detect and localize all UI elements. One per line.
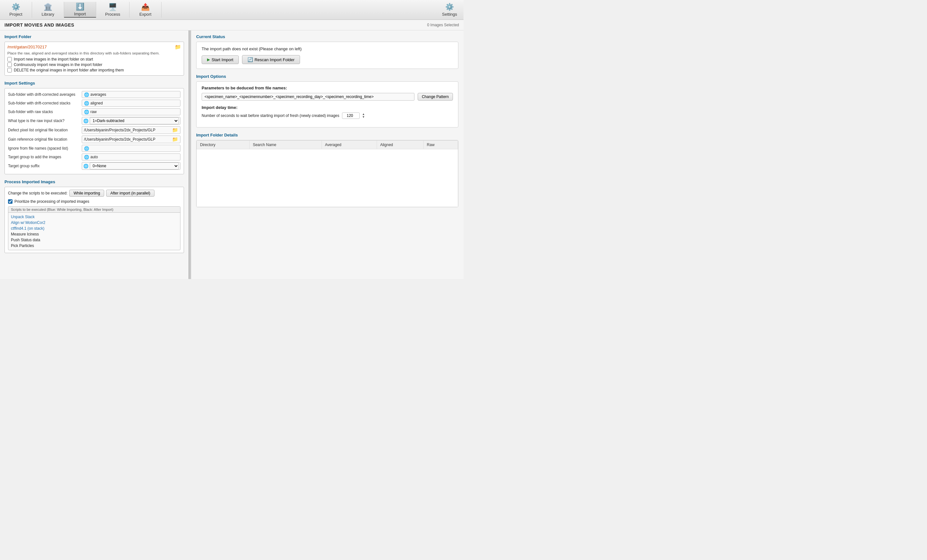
- page-title: IMPORT MOVIES AND IMAGES: [5, 23, 74, 27]
- import-options-box: Parameters to be deduced from file names…: [196, 81, 458, 127]
- export-icon: 📤: [141, 3, 150, 11]
- priority-checkbox[interactable]: [8, 199, 12, 204]
- text-raw: raw: [90, 109, 96, 114]
- scripts-list: Unpack Stack Align w/ MotionCor2 ctffind…: [8, 213, 180, 250]
- folder-path-text: /mnt/gatan/20170217: [8, 44, 47, 49]
- priority-row: Prioritize the processing of imported im…: [8, 199, 181, 204]
- value-gain-ref: /Users/biyanin/Projects/2dx_Projects/GLP…: [82, 135, 181, 143]
- script-item-ctffind: ctffind4.1 (on stack): [11, 226, 178, 231]
- checkbox-delete-original[interactable]: [8, 68, 12, 73]
- import-settings-section: Import Settings Sub-folder with drift-co…: [5, 81, 184, 174]
- pattern-row: Change Pattern: [202, 93, 453, 100]
- settings-row-suffix: Target group suffix 🌐 0=None 1=A 2=B: [8, 162, 181, 170]
- settings-row-gain-ref: Gain reference original file location /U…: [8, 135, 181, 143]
- table-body: [197, 149, 458, 207]
- script-item-push-status: Push Status data: [11, 237, 178, 243]
- delay-spinner[interactable]: ▲ ▼: [362, 113, 365, 118]
- value-ignore: 🌐: [82, 145, 181, 152]
- process-imported-box: Change the scripts to be executed: While…: [5, 187, 184, 253]
- value-averages: 🌐 averages: [82, 91, 181, 98]
- delay-desc: Number of seconds to wait before startin…: [202, 114, 339, 118]
- settings-row-aligned: Sub-folder with drift-corrected stacks 🌐…: [8, 100, 181, 107]
- pattern-input[interactable]: [202, 93, 415, 100]
- label-target-group: Target group to add the images: [8, 155, 82, 159]
- delay-input[interactable]: [342, 112, 360, 119]
- dropdown-suffix[interactable]: 0=None 1=A 2=B: [90, 162, 179, 170]
- text-averages: averages: [90, 92, 106, 97]
- scripts-list-box: Scripts to be executed (Blue: While Impo…: [8, 206, 181, 250]
- nav-item-export[interactable]: 📤 Export: [129, 2, 161, 18]
- col-raw: Raw: [423, 141, 458, 149]
- nav-item-import[interactable]: ⬇️ Import: [64, 2, 96, 18]
- nav-item-project[interactable]: ⚙️ Project: [0, 2, 32, 18]
- left-panel: Import Folder /mnt/gatan/20170217 📁 Plac…: [0, 30, 189, 279]
- browse-gain-ref-button[interactable]: 📁: [172, 137, 178, 142]
- import-settings-box: Sub-folder with drift-corrected averages…: [5, 88, 184, 174]
- start-import-label: Start Import: [211, 57, 233, 62]
- nav-label-import: Import: [74, 12, 86, 16]
- label-raw: Sub-folder with raw stacks: [8, 109, 82, 114]
- folder-details-section: Import Folder Details Directory Search N…: [196, 133, 458, 207]
- dropdown-raw-type[interactable]: 1=Dark-subtracted 2=Raw 3=Other: [90, 117, 179, 124]
- checkbox-import-on-start[interactable]: [8, 57, 12, 62]
- text-aligned: aligned: [90, 101, 103, 105]
- nav-label-library: Library: [42, 12, 55, 17]
- settings-row-averages: Sub-folder with drift-corrected averages…: [8, 91, 181, 98]
- script-item-unpack: Unpack Stack: [11, 214, 178, 220]
- play-icon: ▶: [207, 57, 210, 62]
- col-directory: Directory: [197, 141, 250, 149]
- globe-icon-raw-type: 🌐: [84, 118, 88, 123]
- after-import-button[interactable]: After import (in parallel): [106, 190, 155, 197]
- folder-description: Place the raw, aligned and averaged stac…: [8, 51, 181, 55]
- text-target-group: auto: [90, 155, 98, 159]
- spinner-down[interactable]: ▼: [362, 116, 365, 118]
- checkbox-continuously-import[interactable]: [8, 62, 12, 67]
- browse-defect-pixel-button[interactable]: 📁: [172, 127, 178, 133]
- params-section: Parameters to be deduced from file names…: [202, 85, 453, 100]
- right-panel: Current Status The import path does not …: [191, 30, 464, 279]
- process-icon: 🖥️: [108, 3, 117, 11]
- import-folder-section: Import Folder /mnt/gatan/20170217 📁 Plac…: [5, 34, 184, 76]
- table-empty-row: [197, 149, 458, 207]
- delay-label: Import delay time:: [202, 105, 453, 110]
- settings-icon: ⚙️: [445, 3, 454, 11]
- import-options-title: Import Options: [196, 74, 458, 79]
- folder-details-title: Import Folder Details: [196, 133, 458, 137]
- nav-item-process[interactable]: 🖥️ Process: [96, 2, 129, 18]
- page-header: IMPORT MOVIES AND IMAGES 0 Images Select…: [0, 20, 464, 30]
- change-scripts-label: Change the scripts to be executed:: [8, 191, 67, 196]
- status-message: The import path does not exist (Please c…: [202, 47, 453, 51]
- label-suffix: Target group suffix: [8, 164, 82, 168]
- status-box: The import path does not exist (Please c…: [196, 42, 458, 69]
- label-defect-pixel: Defect pixel list original file location: [8, 128, 82, 132]
- status-actions: ▶ Start Import 🔄 Rescan Import Folder: [202, 55, 453, 64]
- nav-item-settings[interactable]: ⚙️ Settings: [436, 2, 464, 18]
- folder-browse-button[interactable]: 📁: [175, 44, 181, 50]
- current-status-section: Current Status The import path does not …: [196, 34, 458, 69]
- library-icon: 🏛️: [44, 3, 52, 11]
- globe-icon-aligned: 🌐: [84, 101, 89, 106]
- start-import-button[interactable]: ▶ Start Import: [202, 55, 239, 64]
- rescan-import-button[interactable]: 🔄 Rescan Import Folder: [242, 55, 300, 64]
- text-defect-pixel: /Users/biyanin/Projects/2dx_Projects/GLP: [84, 128, 171, 132]
- checkbox-label-continuously-import: Continuously import new images in the im…: [14, 62, 102, 67]
- checkbox-label-import-on-start: Import new images in the import folder o…: [14, 57, 93, 62]
- script-item-iciness: Measure Iciness: [11, 231, 178, 237]
- nav-label-settings: Settings: [442, 12, 457, 17]
- script-item-motioncor: Align w/ MotionCor2: [11, 220, 178, 226]
- label-ignore: Ignore from file names (spaced list): [8, 146, 82, 150]
- col-averaged: Averaged: [322, 141, 377, 149]
- globe-icon-raw: 🌐: [84, 109, 89, 114]
- main-layout: Import Folder /mnt/gatan/20170217 📁 Plac…: [0, 30, 464, 279]
- value-aligned: 🌐 aligned: [82, 100, 181, 107]
- change-pattern-button[interactable]: Change Pattern: [418, 93, 453, 100]
- nav-item-library[interactable]: 🏛️ Library: [32, 2, 64, 18]
- globe-icon-suffix: 🌐: [84, 164, 88, 168]
- folder-path-row: /mnt/gatan/20170217 📁: [8, 44, 181, 50]
- checkbox-row-1: Import new images in the import folder o…: [8, 57, 181, 62]
- import-folder-title: Import Folder: [5, 34, 184, 39]
- folder-details-table: Directory Search Name Averaged Aligned R…: [196, 140, 458, 207]
- project-icon: ⚙️: [12, 3, 20, 11]
- settings-row-defect-pixel: Defect pixel list original file location…: [8, 126, 181, 134]
- while-importing-button[interactable]: While importing: [69, 190, 104, 197]
